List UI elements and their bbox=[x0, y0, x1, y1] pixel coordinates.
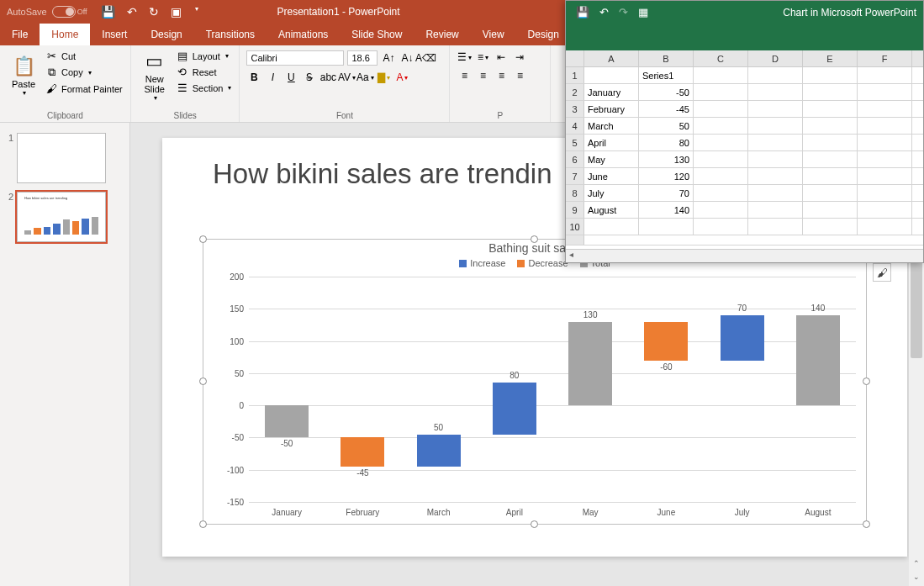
cell[interactable] bbox=[694, 84, 748, 100]
cell[interactable] bbox=[748, 135, 803, 150]
resize-handle[interactable] bbox=[863, 377, 870, 385]
cell[interactable] bbox=[694, 67, 748, 83]
cell[interactable] bbox=[748, 67, 803, 83]
row-header[interactable]: 8 bbox=[566, 185, 584, 201]
clear-formatting-icon[interactable]: A⌫ bbox=[417, 50, 434, 66]
chart-plot-area[interactable]: -150-100-50050100150200-50January-45Febr… bbox=[249, 277, 856, 502]
italic-button[interactable]: I bbox=[264, 69, 281, 86]
reset-button[interactable]: ⟲Reset bbox=[173, 64, 235, 80]
column-header[interactable]: B bbox=[639, 50, 694, 66]
decrease-indent-button[interactable]: ⇤ bbox=[493, 49, 510, 66]
layout-button[interactable]: ▤Layout▾ bbox=[173, 48, 235, 64]
cell[interactable]: July bbox=[584, 185, 639, 201]
resize-handle[interactable] bbox=[531, 520, 538, 528]
cell[interactable] bbox=[694, 151, 748, 167]
excel-redo-icon[interactable]: ↷ bbox=[619, 6, 628, 18]
cell[interactable] bbox=[858, 101, 912, 117]
cell[interactable]: August bbox=[584, 202, 639, 218]
tab-file[interactable]: File bbox=[0, 24, 40, 45]
row-header[interactable]: 6 bbox=[566, 151, 584, 167]
column-header[interactable]: D bbox=[748, 50, 803, 66]
cell[interactable] bbox=[694, 101, 748, 117]
tab-slideshow[interactable]: Slide Show bbox=[340, 24, 414, 45]
cell[interactable]: -45 bbox=[639, 101, 694, 117]
excel-more-icon[interactable]: ▦ bbox=[638, 6, 648, 18]
tab-animations[interactable]: Animations bbox=[267, 24, 340, 45]
column-header[interactable]: E bbox=[803, 50, 858, 66]
cell[interactable]: 50 bbox=[639, 118, 694, 134]
cell[interactable] bbox=[584, 67, 639, 83]
cell[interactable] bbox=[803, 151, 858, 167]
chart-bar[interactable] bbox=[493, 383, 536, 434]
cell[interactable] bbox=[748, 168, 803, 184]
cell[interactable] bbox=[748, 118, 803, 134]
copy-button[interactable]: ⧉Copy▾ bbox=[42, 64, 125, 81]
cell[interactable]: 130 bbox=[639, 151, 694, 167]
shadow-button[interactable]: abc bbox=[319, 69, 336, 86]
resize-handle[interactable] bbox=[199, 520, 207, 528]
chart-bar[interactable] bbox=[796, 315, 840, 405]
excel-horizontal-scrollbar[interactable]: ◂ bbox=[566, 249, 923, 262]
cell[interactable] bbox=[803, 84, 858, 100]
chart-object[interactable]: Bathing suit sales Increase Decrease Tot… bbox=[203, 239, 867, 525]
font-color-button[interactable]: A▾ bbox=[393, 69, 410, 86]
tab-design[interactable]: Design bbox=[139, 24, 193, 45]
row-header[interactable]: 3 bbox=[566, 101, 584, 117]
cell[interactable] bbox=[803, 118, 858, 134]
qat-more-icon[interactable]: ▾ bbox=[195, 5, 198, 18]
row-header[interactable]: 1 bbox=[566, 67, 584, 83]
bullets-button[interactable]: ☰▾ bbox=[456, 49, 473, 66]
save-icon[interactable]: 💾 bbox=[101, 5, 115, 18]
paste-dropdown-icon[interactable]: ▾ bbox=[23, 89, 26, 97]
column-header[interactable]: C bbox=[694, 50, 748, 66]
excel-grid[interactable]: ABCDEF1Series12January-503February-454Ma… bbox=[566, 50, 923, 245]
slide-thumbnail-2[interactable]: How bikini sales are trending bbox=[17, 192, 106, 242]
align-center-button[interactable]: ≡ bbox=[474, 67, 491, 84]
cell[interactable] bbox=[803, 101, 858, 117]
cell[interactable]: June bbox=[584, 168, 639, 184]
character-spacing-button[interactable]: AV▾ bbox=[338, 69, 355, 86]
cell[interactable]: -50 bbox=[639, 84, 694, 100]
cell[interactable] bbox=[858, 135, 912, 150]
row-header[interactable]: 9 bbox=[566, 202, 584, 218]
row-header[interactable]: 4 bbox=[566, 118, 584, 134]
font-size-input[interactable] bbox=[347, 50, 378, 66]
resize-handle[interactable] bbox=[199, 235, 207, 243]
cell[interactable] bbox=[748, 84, 803, 100]
font-name-input[interactable] bbox=[246, 50, 344, 66]
change-case-button[interactable]: Aa▾ bbox=[356, 69, 373, 86]
paste-button[interactable]: 📋 Paste ▾ bbox=[5, 48, 42, 103]
resize-handle[interactable] bbox=[863, 520, 870, 528]
cell[interactable]: 140 bbox=[639, 202, 694, 218]
tab-chart-design[interactable]: Design bbox=[516, 24, 571, 45]
cell[interactable] bbox=[694, 118, 748, 134]
cell[interactable] bbox=[639, 219, 694, 235]
autosave-toggle[interactable] bbox=[52, 6, 76, 18]
align-left-button[interactable]: ≡ bbox=[456, 67, 473, 84]
chart-styles-button[interactable]: 🖌 bbox=[873, 263, 891, 282]
cell[interactable]: April bbox=[584, 135, 639, 150]
cell[interactable] bbox=[584, 219, 639, 235]
row-header[interactable]: 10 bbox=[566, 219, 584, 235]
chart-data-window[interactable]: 💾 ↶ ↷ ▦ Chart in Microsoft PowerPoint AB… bbox=[565, 0, 924, 263]
decrease-font-icon[interactable]: A↓ bbox=[399, 50, 415, 66]
chart-bar[interactable] bbox=[417, 435, 461, 467]
format-painter-button[interactable]: 🖌Format Painter bbox=[42, 81, 125, 97]
tab-view[interactable]: View bbox=[471, 24, 516, 45]
row-header[interactable] bbox=[566, 235, 584, 245]
cell[interactable] bbox=[858, 84, 912, 100]
section-button[interactable]: ☰Section▾ bbox=[173, 80, 235, 96]
slide-title[interactable]: How bikini sales are trendin bbox=[213, 158, 552, 190]
cell[interactable]: March bbox=[584, 118, 639, 134]
increase-font-icon[interactable]: A↑ bbox=[380, 50, 397, 66]
cell[interactable] bbox=[858, 168, 912, 184]
cell[interactable] bbox=[858, 67, 912, 83]
tab-insert[interactable]: Insert bbox=[90, 24, 139, 45]
start-from-beginning-icon[interactable]: ▣ bbox=[171, 5, 182, 18]
cell[interactable] bbox=[803, 219, 858, 235]
cell[interactable] bbox=[803, 135, 858, 150]
excel-undo-icon[interactable]: ↶ bbox=[599, 6, 609, 18]
undo-icon[interactable]: ↶ bbox=[127, 5, 137, 18]
cell[interactable] bbox=[748, 202, 803, 218]
column-header[interactable]: A bbox=[584, 50, 639, 66]
